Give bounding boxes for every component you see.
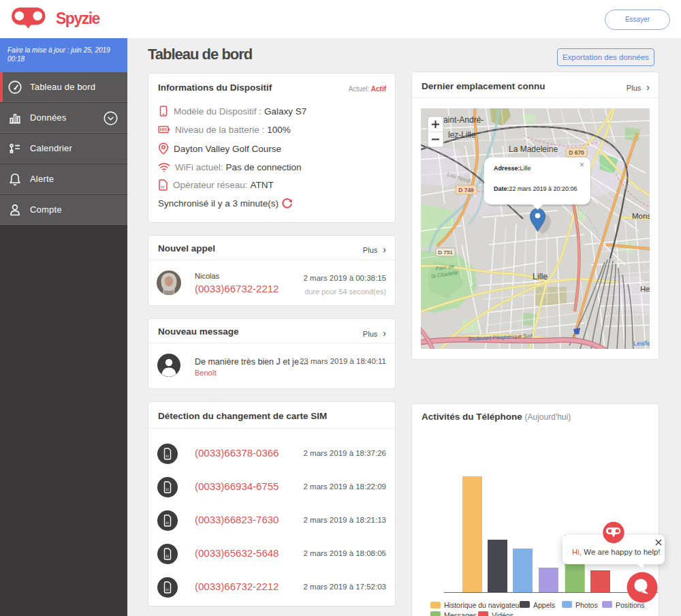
svg-text:Appels: Appels	[533, 601, 555, 609]
svg-text:×: ×	[580, 160, 584, 170]
svg-text:lez-Lille: lez-Lille	[448, 130, 476, 140]
svg-text:D 751: D 751	[438, 249, 453, 256]
svg-text:Messages: Messages	[444, 611, 477, 616]
svg-text:D 749: D 749	[458, 187, 474, 194]
svg-text:Hell: Hell	[640, 285, 650, 293]
svg-text:Photos: Photos	[575, 601, 598, 609]
svg-text:Lille: Lille	[533, 272, 548, 281]
svg-text:Date:22 mars 2019 à 20:20:06: Date:22 mars 2019 à 20:20:06	[494, 185, 577, 192]
svg-text:La Madeleine: La Madeleine	[509, 144, 558, 154]
svg-text:Leaflet: Leaflet	[633, 339, 650, 347]
svg-text:aint-André-: aint-André-	[443, 115, 484, 125]
svg-text:Adresse:Lille: Adresse:Lille	[494, 165, 531, 172]
svg-text:Historique du navigateur: Historique du navigateur	[444, 601, 522, 609]
svg-text:Mons-: Mons-	[632, 212, 650, 220]
svg-text:D 670: D 670	[569, 149, 584, 156]
svg-text:Vidéos: Vidéos	[492, 611, 513, 616]
